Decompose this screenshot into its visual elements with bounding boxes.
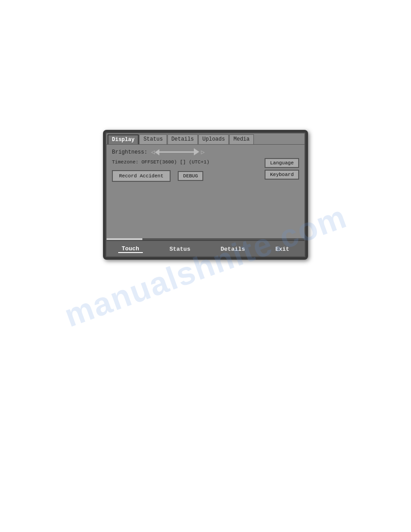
- screen: Display Status Details Uploads Media Lan…: [106, 133, 305, 257]
- tab-uploads[interactable]: Uploads: [198, 134, 229, 144]
- progress-bar: [107, 238, 304, 240]
- slider-left-arrow-icon: ◁: [151, 148, 154, 156]
- brightness-row: Brightness: ◁ ▷: [112, 148, 299, 156]
- right-buttons-group: Language Keyboard: [265, 158, 299, 180]
- record-accident-button[interactable]: Record Accident: [112, 170, 171, 182]
- brightness-slider[interactable]: ◁ ▷: [151, 148, 205, 156]
- nav-exit[interactable]: Exit: [272, 246, 293, 253]
- content-area: Language Keyboard Brightness: ◁ ▷ Timezo…: [107, 145, 304, 238]
- slider-track: [158, 151, 197, 153]
- keyboard-button[interactable]: Keyboard: [265, 170, 299, 180]
- tab-display[interactable]: Display: [107, 134, 139, 144]
- nav-status[interactable]: Status: [166, 246, 194, 253]
- brightness-label: Brightness:: [112, 149, 147, 155]
- nav-bar: Touch Status Details Exit: [107, 240, 304, 256]
- device-container: Display Status Details Uploads Media Lan…: [103, 130, 308, 260]
- slider-right-arrow-icon: ▷: [201, 148, 205, 156]
- nav-touch[interactable]: Touch: [118, 245, 143, 253]
- debug-button[interactable]: DEBUG: [178, 171, 203, 181]
- tab-bar: Display Status Details Uploads Media: [107, 133, 304, 145]
- tab-media[interactable]: Media: [229, 134, 253, 144]
- nav-details[interactable]: Details: [217, 246, 249, 253]
- tab-status[interactable]: Status: [139, 134, 167, 144]
- progress-bar-fill: [107, 238, 142, 240]
- language-button[interactable]: Language: [265, 158, 299, 168]
- tab-details[interactable]: Details: [167, 134, 198, 144]
- slider-thumb: [194, 148, 199, 155]
